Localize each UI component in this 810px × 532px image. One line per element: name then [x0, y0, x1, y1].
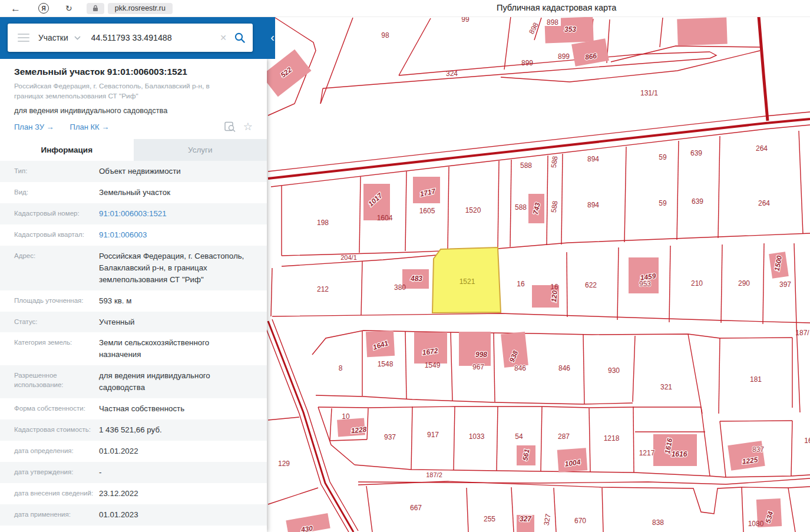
parcel-label: 846	[558, 364, 570, 372]
search-panel: Участки ✕ ‹	[0, 16, 275, 59]
parcel-label: 937	[384, 433, 396, 441]
building-label: 1616	[672, 450, 687, 458]
parcel-label: 210	[691, 279, 703, 288]
row-value: -	[99, 462, 267, 483]
parcel-label: 131/1	[640, 89, 658, 97]
row-value: Объект недвижимости	[99, 161, 267, 182]
favorite-star-icon[interactable]: ☆	[243, 121, 253, 132]
row-value-link[interactable]: 91:01:006003	[99, 224, 267, 246]
row-label: Кадастровая стоимость:	[14, 419, 99, 441]
search-icon[interactable]	[234, 32, 246, 44]
parcel-label: 846	[514, 364, 526, 372]
row-label: Вид:	[14, 182, 99, 203]
parcel-info-panel: Земельный участок 91:01:006003:1521 Росс…	[0, 59, 267, 532]
parcel-label: 324	[446, 70, 458, 78]
building-label: 998	[475, 351, 487, 359]
parcel-label: 838	[652, 518, 664, 527]
table-row: дата внесения сведений:23.12.2022	[0, 483, 267, 504]
parcel-address-subtitle: Российская Федерация, г. Севастополь, Ба…	[14, 81, 214, 101]
parcel-label: 187/2	[426, 471, 442, 478]
browser-window: 9899898898353899899866324131/15221981017…	[0, 0, 810, 532]
row-label: Разрешенное использование:	[14, 365, 99, 395]
parcel-label: 967	[472, 363, 484, 371]
row-label: Площадь уточненная:	[14, 290, 99, 312]
table-row: Разрешенное использование:для ведения ин…	[0, 365, 267, 398]
header-icons: ☆	[224, 121, 253, 132]
map-preview-icon[interactable]	[224, 121, 236, 132]
parcel-boundary	[720, 421, 792, 421]
parcel-label: 588	[550, 200, 560, 213]
table-row: дата определения:01.01.2022	[0, 441, 267, 462]
parcel-label: 1548	[378, 360, 394, 368]
collapse-panel-icon[interactable]: ‹	[270, 31, 275, 44]
search-box: Участки ✕	[8, 24, 253, 52]
row-label: дата применения:	[14, 504, 99, 526]
row-value: для ведения индивидуального садоводства	[99, 365, 267, 398]
page-title: Публичная кадастровая карта	[497, 3, 616, 12]
tab-information[interactable]: Информация	[0, 139, 134, 161]
yandex-browser-icon[interactable]: Я	[38, 3, 49, 14]
row-value: Земли сельскохозяйственного назначения	[99, 332, 267, 365]
info-table: Тип:Объект недвижимостиВид:Земельный уча…	[0, 161, 267, 526]
building-label: 866	[584, 52, 597, 62]
menu-icon[interactable]	[18, 34, 29, 42]
row-label: дата утверждения:	[14, 462, 99, 483]
parcel-label: 588	[520, 161, 532, 170]
parcel-label: 1604	[377, 214, 393, 222]
parcel-label: 898	[547, 18, 558, 27]
parcel-links: План ЗУ → План КК → ☆	[14, 121, 253, 132]
row-value: Учтенный	[99, 312, 267, 333]
parcel-label: 59	[659, 199, 667, 207]
row-value-link[interactable]: 91:01:006003:1521	[99, 203, 267, 224]
parcel-boundary	[567, 252, 567, 317]
building-label: 483	[410, 275, 422, 283]
parcel-label: 837	[752, 445, 764, 454]
parcel-label: 670	[574, 517, 586, 525]
parcel-label: 894	[587, 155, 599, 163]
row-value: Российская Федерация, г. Севастополь, Ба…	[99, 246, 267, 290]
parcel-label: 639	[692, 197, 703, 206]
parcel-label: 930	[608, 366, 620, 375]
tab-services[interactable]: Услуги	[134, 139, 267, 161]
table-row: Форма собственности:Частная собственност…	[0, 398, 267, 419]
parcel-label: 255	[484, 515, 495, 523]
address-bar[interactable]: pkk.rosreestr.ru	[108, 3, 173, 14]
parcel-label: 1218	[604, 434, 620, 442]
parcel-label: 287	[558, 432, 570, 441]
search-input[interactable]	[90, 32, 193, 43]
building-footprint	[459, 332, 491, 366]
parcel-label: 264	[756, 144, 768, 153]
search-category-select[interactable]: Участки	[38, 34, 68, 42]
parcel-label: 899	[558, 52, 570, 61]
back-button[interactable]: ←	[11, 4, 21, 14]
parcel-label: 16	[804, 437, 810, 445]
chevron-down-icon[interactable]	[74, 36, 81, 40]
plan-kk-link[interactable]: План КК →	[70, 123, 110, 131]
parcel-header: Земельный участок 91:01:006003:1521 Росс…	[0, 59, 267, 132]
parcel-label: 8	[339, 364, 343, 372]
parcel-label: 917	[427, 431, 439, 439]
row-value: 01.01.2022	[99, 441, 267, 462]
table-row: Кадастровый номер:91:01:006003:1521	[0, 203, 267, 224]
row-value: 1 436 521,66 руб.	[99, 419, 267, 441]
table-row: Кадастровая стоимость:1 436 521,66 руб.	[0, 419, 267, 441]
parcel-label: 588	[550, 156, 560, 168]
table-row: дата применения:01.01.2023	[0, 504, 267, 526]
plan-zu-link[interactable]: План ЗУ →	[14, 123, 54, 131]
table-row: Площадь уточненная:593 кв. м	[0, 290, 267, 312]
parcel-label: 397	[779, 280, 791, 289]
parcel-title: Земельный участок 91:01:006003:1521	[14, 67, 253, 77]
parcel-label: 588	[515, 203, 527, 212]
parcel-label: 639	[690, 149, 702, 157]
row-label: дата определения:	[14, 441, 99, 462]
lock-icon[interactable]	[87, 3, 104, 14]
parcel-label: 380	[394, 283, 406, 292]
row-label: Кадастровый номер:	[14, 203, 99, 224]
parcel-label: 1080	[748, 520, 764, 528]
clear-icon[interactable]: ✕	[220, 33, 227, 42]
parcel-label: 10	[342, 412, 350, 421]
table-row: Кадастровый квартал:91:01:006003	[0, 224, 267, 246]
reload-button[interactable]: ↻	[65, 4, 72, 12]
row-label: Кадастровый квартал:	[14, 224, 99, 246]
parcel-label: 1605	[419, 207, 435, 215]
